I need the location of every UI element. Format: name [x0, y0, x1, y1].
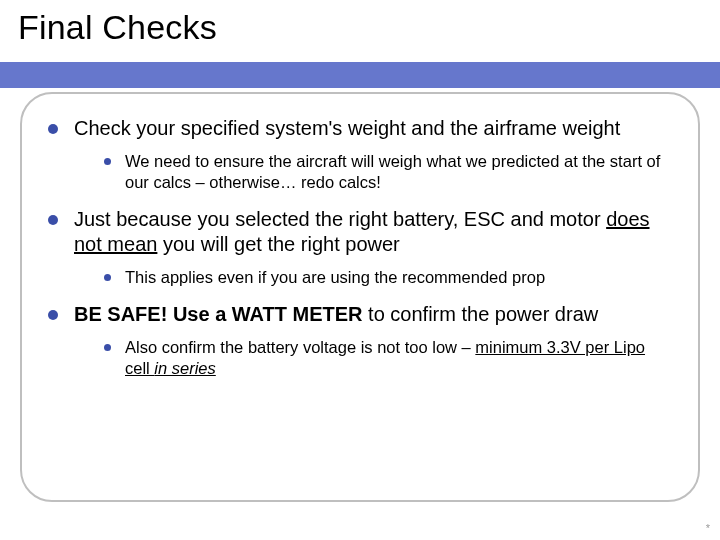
bullet-2-sub-1: This applies even if you are using the r… [104, 267, 672, 288]
content-box: Check your specified system's weight and… [20, 92, 700, 502]
bullet-icon [104, 158, 111, 165]
bullet-icon [104, 344, 111, 351]
title-area: Final Checks [0, 0, 720, 47]
bullet-3-text: BE SAFE! Use a WATT METER to confirm the… [74, 302, 598, 327]
bullet-3: BE SAFE! Use a WATT METER to confirm the… [48, 302, 672, 379]
bullet-3-sub-u2: in series [154, 359, 215, 377]
bullet-2-sub-1-text: This applies even if you are using the r… [125, 267, 545, 288]
slide-title: Final Checks [18, 8, 720, 47]
bullet-3-sub-1-text: Also confirm the battery voltage is not … [125, 337, 672, 379]
bullet-2-text: Just because you selected the right batt… [74, 207, 672, 257]
bullet-3-post: to confirm the power draw [363, 303, 599, 325]
slide: Final Checks Check your specified system… [0, 0, 720, 540]
bullet-icon [48, 124, 58, 134]
bullet-2: Just because you selected the right batt… [48, 207, 672, 288]
bullet-3-sub-1: Also confirm the battery voltage is not … [104, 337, 672, 379]
bullet-3-strong: BE SAFE! Use a WATT METER [74, 303, 363, 325]
bullet-1: Check your specified system's weight and… [48, 116, 672, 193]
bullet-1-sub-1: We need to ensure the aircraft will weig… [104, 151, 672, 193]
bullet-2-pre: Just because you selected the right batt… [74, 208, 606, 230]
bullet-3-sub-pre: Also confirm the battery voltage is not … [125, 338, 475, 356]
bullet-1-text: Check your specified system's weight and… [74, 116, 620, 141]
title-accent-bar [0, 62, 720, 88]
bullet-1-sub-1-text: We need to ensure the aircraft will weig… [125, 151, 672, 193]
bullet-icon [48, 215, 58, 225]
bullet-icon [48, 310, 58, 320]
footer-marker: * [706, 522, 710, 534]
bullet-2-post: you will get the right power [157, 233, 399, 255]
bullet-icon [104, 274, 111, 281]
